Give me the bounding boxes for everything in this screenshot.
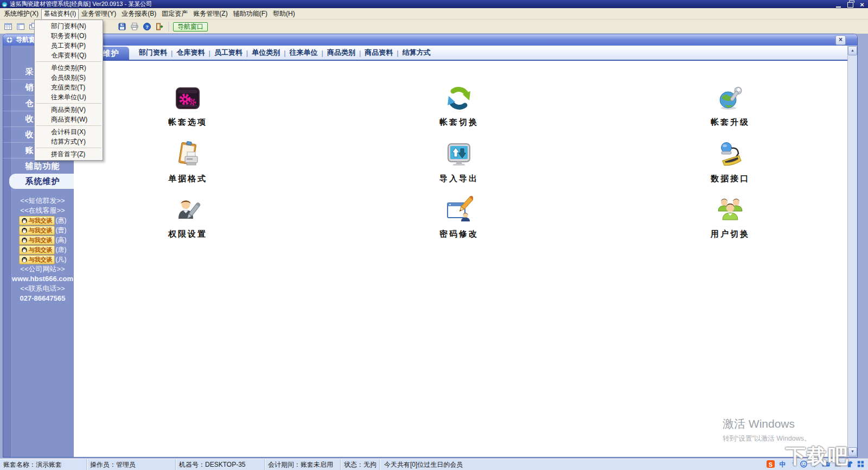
- quick-link[interactable]: 仓库资料: [176, 48, 205, 58]
- status-field: 操作员：管理员: [87, 459, 176, 470]
- qq-chat-item[interactable]: 与我交谈(曹): [11, 225, 74, 235]
- sidebar-link[interactable]: <<公司网站>>: [11, 264, 74, 274]
- qq-chat-label: 与我交谈: [29, 217, 53, 225]
- close-button[interactable]: ×: [858, 1, 866, 8]
- dropdown-menu-item[interactable]: 商品资料(W): [35, 115, 103, 124]
- shortcut-account-switch[interactable]: 帐套切换: [424, 84, 494, 128]
- shortcut-label: 帐套选项: [152, 117, 223, 128]
- svg-text:’,: ’,: [792, 461, 794, 466]
- scroll-down-button[interactable]: ▼: [848, 447, 857, 456]
- microphone-icon[interactable]: [811, 460, 818, 468]
- shortcut-account-options[interactable]: 帐套选项: [152, 84, 223, 128]
- qq-penguin-icon: [21, 237, 28, 244]
- dropdown-menu-item[interactable]: 单位类别(R): [35, 63, 103, 73]
- shortcut-permission-settings[interactable]: 权限设置: [152, 196, 223, 239]
- quick-link[interactable]: 结算方式: [403, 48, 431, 58]
- sidebar-link[interactable]: <<短信群发>>: [11, 196, 74, 206]
- dropdown-menu-item[interactable]: 员工资料(P): [35, 41, 103, 50]
- print-icon[interactable]: [128, 21, 141, 33]
- help-icon[interactable]: ?: [141, 21, 153, 33]
- status-field: 账套名称：演示账套: [0, 459, 87, 470]
- scroll-up-button[interactable]: ▲: [848, 46, 857, 55]
- menu-item[interactable]: 业务报表(B): [119, 9, 159, 19]
- dropdown-menu-item[interactable]: 充值类型(T): [35, 82, 103, 92]
- shortcut-password-change[interactable]: 密码修改: [424, 196, 494, 239]
- save-icon[interactable]: [116, 21, 128, 33]
- shortcut-import-export[interactable]: 导入导出: [424, 141, 494, 184]
- sidebar-module[interactable]: 系统维护: [9, 174, 74, 189]
- keyboard-icon[interactable]: [821, 460, 831, 468]
- dropdown-menu-item[interactable]: 会员级别(S): [35, 73, 103, 82]
- vertical-scrollbar[interactable]: ▲ ▼: [847, 46, 857, 457]
- dropdown-menu-item[interactable]: 结算方式(Y): [35, 137, 103, 147]
- toolbox-icon[interactable]: [834, 460, 842, 468]
- sidebar-link[interactable]: <<联系电话>>: [11, 284, 74, 294]
- qq-chat-item[interactable]: 与我交谈(高): [11, 235, 74, 245]
- chinese-mode-icon[interactable]: 中: [778, 460, 787, 468]
- qq-chat-button[interactable]: 与我交谈: [19, 255, 55, 264]
- dropdown-menu-item[interactable]: 部门资料(N): [35, 21, 103, 31]
- shortcut-account-upgrade[interactable]: 帐套升级: [695, 84, 765, 128]
- menu-item[interactable]: 辅助功能(F): [231, 9, 270, 19]
- qq-chat-button[interactable]: 与我交谈: [19, 236, 55, 245]
- punctuation-icon[interactable]: ’,: [790, 460, 796, 468]
- menu-item[interactable]: 系统维护(X): [1, 9, 41, 19]
- menu-item[interactable]: 账务管理(Z): [190, 9, 230, 19]
- qq-chat-button[interactable]: 与我交谈: [19, 245, 55, 255]
- table-icon[interactable]: [2, 21, 14, 33]
- menu-grid-icon[interactable]: [857, 460, 865, 468]
- sogou-logo-icon[interactable]: S: [766, 460, 775, 468]
- qq-penguin-icon: [21, 246, 28, 253]
- quick-link[interactable]: 商品类别: [327, 48, 355, 58]
- sidebar-link[interactable]: <<在线客服>>: [11, 206, 74, 215]
- columns-icon[interactable]: [14, 21, 27, 33]
- quick-link[interactable]: 部门资料: [139, 48, 167, 58]
- quick-link-separator: |: [397, 49, 398, 57]
- dropdown-menu: 部门资料(N)职务资料(O)员工资料(P)仓库资料(Q)单位类别(R)会员级别(…: [34, 20, 103, 161]
- menu-item[interactable]: 业务管理(Y): [79, 9, 119, 19]
- dropdown-menu-item[interactable]: 商品类别(V): [35, 105, 103, 115]
- permission-settings-icon: [174, 196, 202, 224]
- shortcut-label: 导入导出: [424, 174, 494, 184]
- shortcut-user-switch[interactable]: 用户切换: [695, 196, 765, 239]
- qq-chat-item[interactable]: 与我交谈(惠): [11, 215, 74, 225]
- quick-link[interactable]: 员工资料: [214, 48, 242, 58]
- quick-link[interactable]: 单位类别: [252, 48, 280, 58]
- dropdown-menu-item[interactable]: 往来单位(U): [35, 92, 103, 102]
- ime-toolbar: S中’,: [766, 460, 865, 468]
- dropdown-menu-item[interactable]: 职务资料(O): [35, 31, 103, 41]
- menu-item[interactable]: 基础资料(I): [41, 9, 79, 19]
- qq-penguin-icon: [21, 256, 28, 263]
- quick-link[interactable]: 商品资料: [365, 48, 393, 58]
- restore-button[interactable]: [846, 1, 854, 8]
- dropdown-menu-item[interactable]: 仓库资料(Q): [35, 50, 103, 60]
- nav-window-close-button[interactable]: ×: [835, 35, 846, 45]
- sidebar-text: 027-86647565: [11, 294, 74, 303]
- skin-icon[interactable]: [845, 460, 853, 468]
- minimize-button[interactable]: [834, 1, 842, 8]
- qq-chat-label: 与我交谈: [29, 236, 53, 244]
- toolbar-separator: [169, 22, 170, 31]
- nav-window-button[interactable]: 导航窗口: [173, 22, 208, 31]
- qq-contact-name: (高): [56, 236, 67, 245]
- emoji-icon[interactable]: [800, 460, 808, 468]
- shortcut-data-interface[interactable]: 数据接口: [695, 141, 765, 184]
- shortcut-label: 单据格式: [152, 174, 223, 184]
- qq-chat-item[interactable]: 与我交谈(凡): [11, 255, 74, 264]
- quick-link-separator: |: [284, 49, 285, 57]
- quick-link-separator: |: [246, 49, 248, 57]
- import-export-icon: [445, 141, 473, 169]
- quick-link[interactable]: 往来单位: [290, 48, 318, 58]
- document-format-icon: [174, 141, 202, 169]
- qq-chat-item[interactable]: 与我交谈(唐): [11, 245, 74, 255]
- qq-chat-button[interactable]: 与我交谈: [19, 216, 55, 225]
- menu-item[interactable]: 固定资产: [159, 9, 190, 19]
- shortcut-document-format[interactable]: 单据格式: [152, 141, 223, 184]
- exit-icon[interactable]: [153, 21, 165, 33]
- qq-chat-button[interactable]: 与我交谈: [19, 226, 55, 235]
- status-field: 状态：无拘: [341, 459, 380, 470]
- dropdown-menu-item[interactable]: 会计科目(X): [35, 127, 103, 137]
- dropdown-menu-item[interactable]: 拼音首字(Z): [35, 149, 103, 159]
- menu-item[interactable]: 帮助(H): [270, 9, 298, 19]
- nav-window-title-bar: 导航窗口 ×: [3, 34, 857, 46]
